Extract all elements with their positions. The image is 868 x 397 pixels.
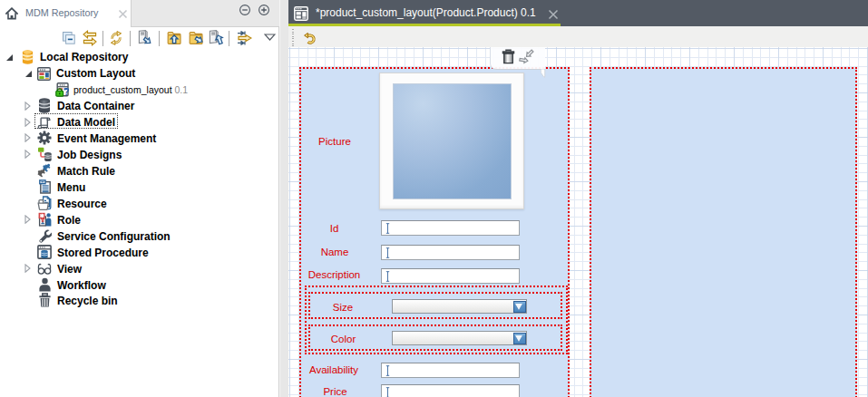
svg-text:?: ? — [63, 87, 69, 97]
